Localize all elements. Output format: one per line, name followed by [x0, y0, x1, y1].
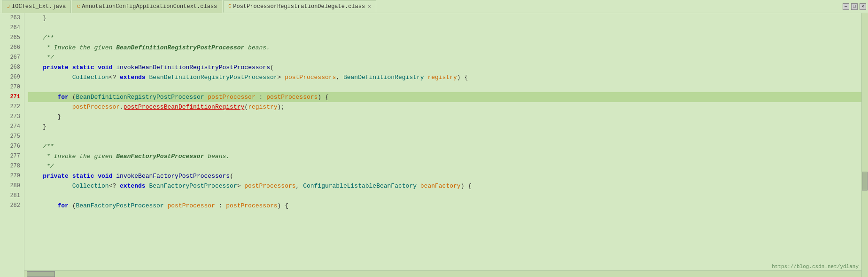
line-num-272: 272: [2, 102, 20, 112]
tab-bar: J IOCTest_Ext.java C AnnotationConfigApp…: [0, 0, 868, 13]
tab-label-annotation: AnnotationConfigApplicationContext.class: [82, 3, 217, 10]
line-num-267: 267: [2, 53, 20, 63]
code-line-277: * Invoke the given BeanFactoryPostProces…: [28, 151, 868, 161]
code-line-265: /**: [28, 33, 868, 43]
tab-postprocessor[interactable]: C PostProcessorRegistrationDelegate.clas…: [223, 0, 376, 13]
line-num-270: 270: [2, 82, 20, 92]
class-file-icon-2: C: [228, 4, 231, 9]
code-line-269: Collection<? extends BeanDefinitionRegis…: [28, 72, 868, 82]
line-num-269: 269: [2, 72, 20, 82]
code-line-279: private static void invokeBeanFactoryPos…: [28, 171, 868, 181]
code-line-274: }: [28, 122, 868, 132]
code-line-268: private static void invokeBeanDefinition…: [28, 63, 868, 72]
code-line-270: [28, 82, 868, 92]
code-line-276: /**: [28, 142, 868, 151]
tab-close-button[interactable]: ✕: [368, 3, 371, 9]
line-num-263: 263: [2, 13, 20, 23]
line-num-273: 273: [2, 112, 20, 122]
line-num-277: 277: [2, 151, 20, 161]
code-line-273: }: [28, 112, 868, 122]
line-num-266: 266: [2, 43, 20, 53]
line-num-282: 282: [2, 201, 20, 211]
line-num-281: 281: [2, 191, 20, 201]
code-line-266: * Invoke the given BeanDefinitionRegistr…: [28, 43, 868, 53]
line-num-274: 274: [2, 122, 20, 132]
line-num-275: 275: [2, 132, 20, 142]
tab-ioctest[interactable]: J IOCTest_Ext.java: [2, 0, 71, 13]
code-line-271: for (BeanDefinitionRegistryPostProcessor…: [28, 92, 868, 102]
code-line-278: */: [28, 161, 868, 171]
code-content[interactable]: } /** * Invoke the given BeanDefinitionR…: [24, 13, 868, 277]
close-window-button[interactable]: ✕: [860, 3, 866, 10]
line-numbers: 263 264 265 266 267 268 269 270 ▶ 271 27…: [0, 13, 24, 277]
code-line-280: Collection<? extends BeanFactoryPostProc…: [28, 181, 868, 191]
line-num-278: 278: [2, 161, 20, 171]
code-line-281: [28, 191, 868, 201]
line-num-271: ▶ 271: [2, 92, 20, 102]
code-line-275: [28, 132, 868, 142]
code-area: 263 264 265 266 267 268 269 270 ▶ 271 27…: [0, 13, 868, 277]
line-num-268: 268: [2, 63, 20, 72]
horizontal-scrollbar-thumb[interactable]: [27, 271, 55, 277]
watermark: https://blog.csdn.net/ydlany: [772, 264, 859, 269]
editor-container: J IOCTest_Ext.java C AnnotationConfigApp…: [0, 0, 868, 277]
class-file-icon-1: C: [77, 4, 80, 9]
tab-label-ioctest: IOCTest_Ext.java: [12, 3, 66, 10]
tab-label-postprocessor: PostProcessorRegistrationDelegate.class: [233, 3, 365, 10]
code-line-272: postProcessor.postProcessBeanDefinitionR…: [28, 102, 868, 112]
maximize-button[interactable]: □: [851, 3, 858, 10]
line-num-265: 265: [2, 33, 20, 43]
line-num-276: 276: [2, 142, 20, 151]
line-num-279: 279: [2, 171, 20, 181]
code-line-267: */: [28, 53, 868, 63]
tab-annotation[interactable]: C AnnotationConfigApplicationContext.cla…: [72, 0, 222, 13]
code-line-263: }: [28, 13, 868, 23]
line-num-264: 264: [2, 23, 20, 33]
horizontal-scrollbar[interactable]: [24, 270, 861, 277]
code-line-282: for (BeanFactoryPostProcessor postProces…: [28, 201, 868, 211]
window-controls: ─ □ ✕: [843, 3, 866, 10]
code-line-264: [28, 23, 868, 33]
vertical-scrollbar-thumb[interactable]: [862, 172, 868, 190]
vertical-scrollbar[interactable]: [861, 13, 868, 277]
minimize-button[interactable]: ─: [843, 3, 849, 10]
java-file-icon: J: [7, 4, 10, 9]
line-num-280: 280: [2, 181, 20, 191]
